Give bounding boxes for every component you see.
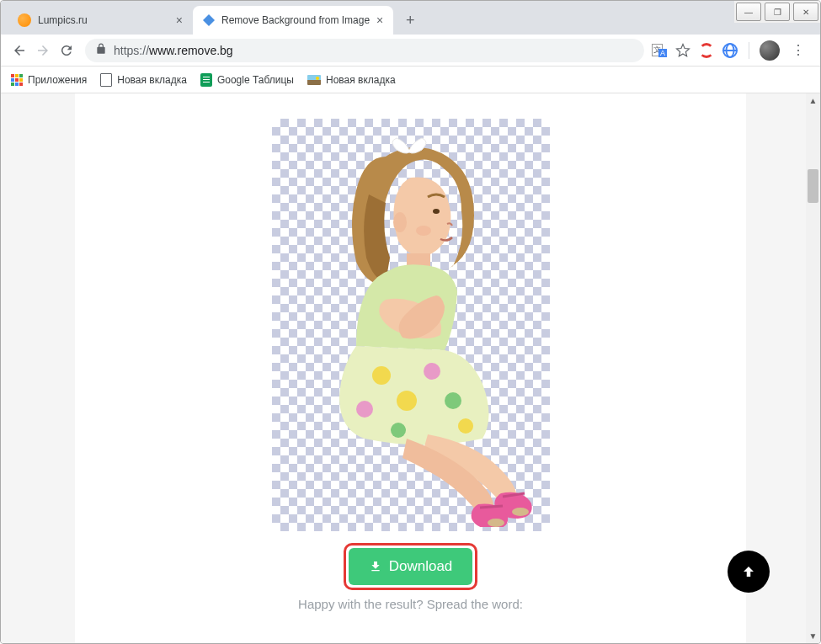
browser-toolbar: https://www.remove.bg ⋮ xyxy=(1,35,820,67)
svg-point-10 xyxy=(391,423,406,438)
scroll-up-arrow[interactable]: ▲ xyxy=(806,93,820,108)
arrow-up-icon xyxy=(741,564,756,579)
browser-menu-button[interactable]: ⋮ xyxy=(786,42,810,58)
tab-title: Remove Background from Image xyxy=(221,14,370,26)
bookmark-label: Google Таблицы xyxy=(217,74,294,86)
scroll-to-top-button[interactable] xyxy=(728,551,770,593)
divider xyxy=(749,42,749,59)
svg-point-7 xyxy=(445,392,461,409)
bookmark-label: Новая вкладка xyxy=(326,74,396,86)
svg-point-11 xyxy=(512,508,529,516)
address-bar[interactable]: https://www.remove.bg xyxy=(85,39,644,62)
arrow-left-icon xyxy=(12,43,27,58)
url-text: https://www.remove.bg xyxy=(114,44,634,57)
window-controls: — ❐ ✕ xyxy=(734,1,820,23)
share-prompt-text: Happy with the result? Spread the word: xyxy=(298,597,523,611)
svg-point-6 xyxy=(397,391,417,411)
new-tab-button[interactable]: + xyxy=(398,8,422,32)
bookmark-label: Новая вкладка xyxy=(117,74,187,86)
bookmark-item[interactable]: Новая вкладка xyxy=(307,74,396,86)
apps-label: Приложения xyxy=(28,74,87,86)
bookmark-star-button[interactable] xyxy=(674,42,691,59)
lock-icon xyxy=(95,43,107,57)
lumpics-favicon-icon xyxy=(18,13,31,27)
file-icon xyxy=(100,73,112,87)
opera-icon xyxy=(699,43,714,58)
tab-title: Lumpics.ru xyxy=(38,14,169,26)
svg-point-0 xyxy=(433,209,440,214)
apps-grid-icon xyxy=(11,74,23,86)
forward-button[interactable] xyxy=(31,39,55,62)
vertical-scrollbar[interactable]: ▲ ▼ xyxy=(806,93,820,643)
scroll-down-arrow[interactable]: ▼ xyxy=(806,629,820,643)
svg-point-2 xyxy=(393,212,407,232)
svg-point-5 xyxy=(424,363,440,380)
reload-icon xyxy=(59,43,74,58)
translate-icon xyxy=(652,44,667,57)
profile-avatar[interactable] xyxy=(760,40,780,61)
download-button[interactable]: Download xyxy=(349,548,473,585)
svg-point-1 xyxy=(416,226,431,236)
arrow-right-icon xyxy=(35,43,51,58)
globe-icon xyxy=(722,43,738,58)
translate-button[interactable] xyxy=(651,42,668,59)
download-button-wrap: Download xyxy=(349,548,473,585)
back-button[interactable] xyxy=(8,39,31,62)
page-viewport: Download Happy with the result? Spread t… xyxy=(1,93,820,643)
page-content: Download Happy with the result? Spread t… xyxy=(75,93,746,643)
star-icon xyxy=(675,43,690,58)
toolbar-right: ⋮ xyxy=(651,40,813,61)
removebg-favicon-icon xyxy=(203,14,215,26)
svg-point-4 xyxy=(372,366,391,385)
svg-point-8 xyxy=(356,401,373,418)
bookmarks-bar: Приложения Новая вкладка Google Таблицы … xyxy=(1,67,820,93)
bookmark-item[interactable]: Google Таблицы xyxy=(200,73,294,87)
globe-extension-button[interactable] xyxy=(722,42,738,59)
download-icon xyxy=(369,560,382,573)
browser-window: — ❐ ✕ Lumpics.ru × Remove Background fro… xyxy=(0,0,821,644)
result-image-transparent xyxy=(272,119,550,531)
scrollbar-thumb[interactable] xyxy=(808,169,818,203)
reload-button[interactable] xyxy=(55,39,78,62)
picture-icon xyxy=(307,75,321,85)
opera-extension-button[interactable] xyxy=(698,42,715,59)
apps-shortcut[interactable]: Приложения xyxy=(11,74,87,86)
left-gutter xyxy=(1,93,75,643)
browser-tab-lumpics[interactable]: Lumpics.ru × xyxy=(8,6,193,35)
download-label: Download xyxy=(389,558,453,575)
minimize-button[interactable]: — xyxy=(736,3,761,21)
tab-close-icon[interactable]: × xyxy=(176,13,183,27)
close-window-button[interactable]: ✕ xyxy=(793,3,818,21)
browser-tab-removebg[interactable]: Remove Background from Image × xyxy=(193,6,393,35)
sheets-icon xyxy=(200,73,212,87)
tab-bar: Lumpics.ru × Remove Background from Imag… xyxy=(1,1,820,35)
maximize-button[interactable]: ❐ xyxy=(765,3,790,21)
svg-point-12 xyxy=(488,519,504,527)
svg-point-9 xyxy=(458,418,473,434)
tab-close-icon[interactable]: × xyxy=(376,13,383,27)
bookmark-item[interactable]: Новая вкладка xyxy=(100,73,187,87)
cutout-subject-child xyxy=(306,131,541,527)
